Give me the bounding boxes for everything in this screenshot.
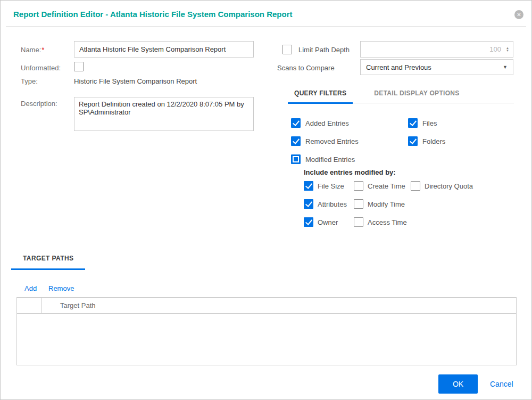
- unformatted-label: Unformatted:: [21, 64, 61, 72]
- filter-modified-entries[interactable]: Modified Entries: [291, 154, 355, 164]
- dialog-title: Report Definition Editor - Atlanta Histo…: [13, 10, 293, 19]
- name-input[interactable]: [74, 41, 254, 58]
- title-divider: [6, 26, 526, 27]
- cancel-button[interactable]: Cancel: [490, 380, 513, 388]
- added-entries-label: Added Entries: [305, 119, 349, 127]
- added-entries-checkbox[interactable]: [291, 118, 301, 128]
- target-paths-table: Target Path: [16, 297, 517, 365]
- close-icon[interactable]: ✕: [514, 10, 523, 19]
- removed-entries-checkbox[interactable]: [291, 136, 301, 146]
- target-path-column-header: Target Path: [42, 298, 96, 313]
- filter-attributes[interactable]: Attributes: [304, 199, 347, 209]
- scans-to-compare-label: Scans to Compare: [277, 64, 335, 72]
- chevron-down-icon: ▼: [503, 64, 508, 70]
- report-definition-editor-dialog: Report Definition Editor - Atlanta Histo…: [0, 0, 532, 400]
- selection-column-header: [17, 298, 42, 313]
- files-checkbox[interactable]: [408, 118, 418, 128]
- filter-directory-quota[interactable]: Directory Quota: [411, 181, 473, 191]
- limit-path-depth-label: Limit Path Depth: [298, 46, 350, 54]
- scans-to-compare-select[interactable]: Current and Previous ▼: [360, 59, 513, 75]
- target-paths-table-body[interactable]: [17, 314, 516, 365]
- removed-entries-label: Removed Entries: [305, 137, 359, 145]
- add-target-path-link[interactable]: Add: [24, 284, 37, 292]
- required-asterisk: *: [41, 46, 44, 54]
- limit-path-depth-checkbox[interactable]: [282, 45, 292, 54]
- spinner-down-icon[interactable]: ▼: [506, 50, 509, 52]
- filter-file-size[interactable]: File Size: [304, 181, 344, 191]
- name-label: Name:*: [21, 46, 44, 54]
- filter-modify-time[interactable]: Modify Time: [354, 199, 405, 209]
- type-label: Type:: [21, 77, 38, 85]
- filter-owner[interactable]: Owner: [304, 217, 338, 227]
- tab-query-filters[interactable]: QUERY FILTERS: [288, 86, 353, 104]
- filter-added-entries[interactable]: Added Entries: [291, 118, 349, 128]
- filter-removed-entries[interactable]: Removed Entries: [291, 136, 359, 146]
- attributes-checkbox[interactable]: [304, 199, 313, 209]
- modify-time-checkbox[interactable]: [354, 199, 363, 209]
- attributes-label: Attributes: [318, 200, 347, 208]
- files-label: Files: [422, 119, 437, 127]
- description-label: Description:: [21, 100, 57, 108]
- unformatted-checkbox[interactable]: [74, 62, 84, 71]
- filter-access-time[interactable]: Access Time: [354, 217, 407, 227]
- type-value: Historic File System Comparison Report: [74, 77, 197, 85]
- modified-entries-label: Modified Entries: [305, 156, 355, 164]
- limit-path-depth-value: 100: [489, 45, 501, 53]
- folders-label: Folders: [422, 137, 445, 145]
- directory-quota-checkbox[interactable]: [411, 181, 420, 191]
- limit-path-depth-input[interactable]: 100 ▲ ▼: [360, 41, 513, 58]
- file-size-checkbox[interactable]: [304, 181, 313, 191]
- name-label-text: Name:: [21, 46, 41, 54]
- modified-entries-checkbox[interactable]: [291, 154, 301, 164]
- tab-target-paths[interactable]: TARGET PATHS: [11, 251, 85, 270]
- description-textarea[interactable]: Report Definition created on 12/2/2020 8…: [74, 97, 254, 131]
- tab-detail-display-options[interactable]: DETAIL DISPLAY OPTIONS: [368, 86, 466, 103]
- file-size-label: File Size: [318, 182, 344, 190]
- scans-to-compare-value: Current and Previous: [366, 63, 431, 71]
- access-time-checkbox[interactable]: [354, 217, 363, 227]
- ok-button[interactable]: OK: [438, 374, 478, 394]
- folders-checkbox[interactable]: [408, 136, 418, 146]
- spinner-arrows-icon[interactable]: ▲ ▼: [506, 47, 509, 52]
- remove-target-path-link[interactable]: Remove: [48, 284, 74, 292]
- owner-label: Owner: [318, 218, 338, 226]
- filter-create-time[interactable]: Create Time: [354, 181, 405, 191]
- modify-time-label: Modify Time: [368, 200, 405, 208]
- access-time-label: Access Time: [368, 218, 407, 226]
- filter-folders[interactable]: Folders: [408, 136, 445, 146]
- owner-checkbox[interactable]: [304, 217, 313, 227]
- filter-tabs: QUERY FILTERS DETAIL DISPLAY OPTIONS: [288, 86, 514, 103]
- create-time-checkbox[interactable]: [354, 181, 363, 191]
- include-entries-modified-by-label: Include entries modified by:: [304, 168, 396, 176]
- target-paths-table-header: Target Path: [17, 298, 516, 314]
- create-time-label: Create Time: [368, 182, 405, 190]
- directory-quota-label: Directory Quota: [425, 182, 473, 190]
- filter-files[interactable]: Files: [408, 118, 437, 128]
